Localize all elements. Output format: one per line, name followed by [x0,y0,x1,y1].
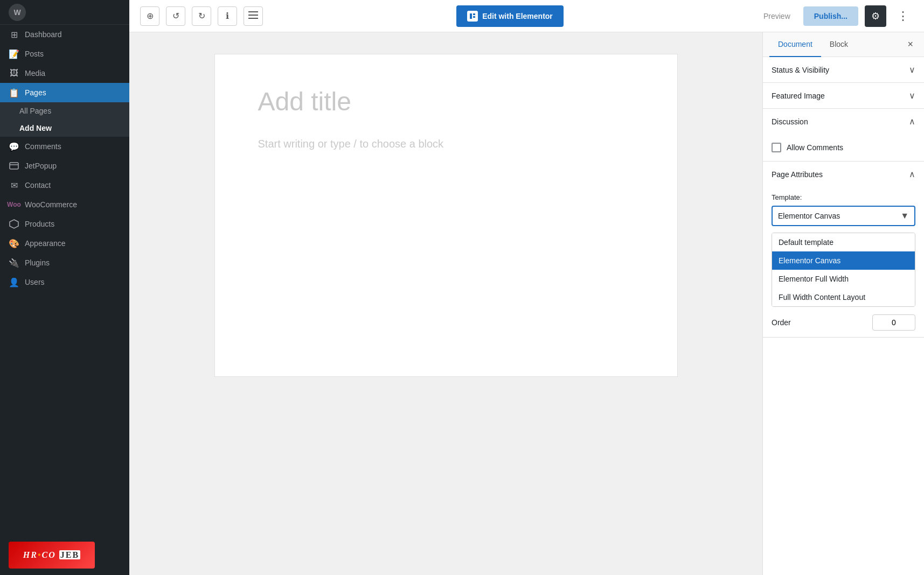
dropdown-option-elementor-canvas[interactable]: Elementor Canvas [772,251,915,270]
plugins-icon: 🔌 [9,257,19,268]
template-select-display[interactable]: Elementor Canvas ▼ [772,206,915,226]
brand-logo: HR•CO JEB [9,542,95,569]
panel-tabs: Document Block × [763,32,924,57]
template-select-wrapper: Elementor Canvas ▼ [772,206,915,226]
featured-image-section: Featured Image ∨ [763,83,924,109]
right-panel: Document Block × Status & Visibility ∨ [762,32,924,575]
order-row: Order [772,314,915,331]
pages-icon: 📋 [9,87,19,98]
settings-button[interactable]: ⚙ [865,5,886,27]
status-visibility-section: Status & Visibility ∨ [763,57,924,83]
featured-image-header[interactable]: Featured Image ∨ [763,83,924,108]
more-icon: ⋮ [897,9,909,23]
sidebar: W ⊞ Dashboard 📝 Posts 🖼 Media 📋 Pages Al… [0,0,129,575]
chevron-down-icon: ∨ [909,65,915,75]
allow-comments-checkbox[interactable] [772,143,781,152]
comments-icon: 💬 [9,141,19,152]
brand-section: HR•CO JEB [0,535,129,575]
products-icon [9,219,19,229]
sidebar-item-appearance[interactable]: 🎨 Appearance [0,234,129,253]
info-button[interactable]: ℹ [218,6,237,26]
sidebar-item-contact[interactable]: ✉ Contact [0,176,129,195]
page-content-placeholder[interactable]: Start writing or type / to choose a bloc… [258,138,634,150]
list-view-button[interactable] [244,6,263,26]
sidebar-logo: W [0,0,129,25]
sidebar-item-media[interactable]: 🖼 Media [0,64,129,83]
editor-area: Add title Start writing or type / to cho… [129,32,924,575]
sidebar-item-label: Media [25,69,45,78]
chevron-up-icon: ∧ [909,169,915,179]
add-block-button[interactable]: ⊕ [140,6,159,26]
sidebar-item-users[interactable]: 👤 Users [0,272,129,292]
woocommerce-icon: Woo [9,199,19,210]
edit-elementor-button[interactable]: Edit with Elementor [456,5,564,27]
info-icon: ℹ [226,11,229,21]
sidebar-item-plugins[interactable]: 🔌 Plugins [0,253,129,272]
discussion-body: Allow Comments [763,134,924,161]
order-input[interactable] [872,314,915,331]
sidebar-item-posts[interactable]: 📝 Posts [0,44,129,64]
dashboard-icon: ⊞ [9,29,19,40]
users-icon: 👤 [9,277,19,288]
media-icon: 🖼 [9,68,19,79]
status-visibility-header[interactable]: Status & Visibility ∨ [763,57,924,82]
discussion-section: Discussion ∧ Allow Comments [763,109,924,162]
redo-icon: ↻ [198,11,205,21]
page-title-placeholder[interactable]: Add title [258,87,634,116]
sidebar-item-label: Posts [25,50,44,58]
contact-icon: ✉ [9,180,19,191]
svg-marker-2 [10,220,18,228]
page-attributes-header[interactable]: Page Attributes ∧ [763,162,924,187]
chevron-up-icon: ∧ [909,116,915,127]
list-view-icon [248,11,258,21]
top-toolbar: ⊕ ↺ ↻ ℹ Edit with Elementor [129,0,924,32]
redo-button[interactable]: ↻ [192,6,211,26]
tab-block[interactable]: Block [821,32,857,57]
template-label: Template: [772,193,915,201]
sidebar-item-products[interactable]: Products [0,214,129,234]
sidebar-item-label: Pages [25,88,46,97]
wp-logo-icon: W [9,4,26,21]
svg-rect-3 [248,11,258,12]
sidebar-item-add-new[interactable]: Add New [0,120,129,137]
add-block-icon: ⊕ [147,11,154,21]
sidebar-item-woocommerce[interactable]: Woo WooCommerce [0,195,129,214]
svg-rect-8 [473,16,475,18]
select-arrow-icon: ▼ [900,211,909,221]
discussion-header[interactable]: Discussion ∧ [763,109,924,134]
sidebar-item-pages[interactable]: 📋 Pages [0,83,129,102]
main-area: ⊕ ↺ ↻ ℹ Edit with Elementor [129,0,924,575]
dropdown-option-elementor-full-width[interactable]: Elementor Full Width [772,270,915,288]
posts-icon: 📝 [9,48,19,59]
dropdown-option-default[interactable]: Default template [772,233,915,251]
publish-button[interactable]: Publish... [803,6,858,26]
page-canvas[interactable]: Add title Start writing or type / to cho… [129,32,762,575]
template-selected-value: Elementor Canvas [778,212,840,220]
dropdown-option-full-width-content[interactable]: Full Width Content Layout [772,288,915,306]
settings-icon: ⚙ [871,10,880,22]
sidebar-active-arrow [125,83,129,102]
page-attributes-section: Page Attributes ∧ Template: Elementor Ca… [763,162,924,338]
pages-submenu: All Pages Add New [0,102,129,137]
allow-comments-row: Allow Comments [772,141,915,155]
sidebar-item-jetpopup[interactable]: JetPopup [0,156,129,176]
svg-rect-0 [10,163,18,169]
panel-close-button[interactable]: × [903,37,918,52]
undo-button[interactable]: ↺ [166,6,185,26]
elementor-logo-icon [467,11,478,22]
sidebar-item-all-pages[interactable]: All Pages [0,102,129,120]
chevron-down-icon: ∨ [909,90,915,101]
preview-button[interactable]: Preview [757,8,797,25]
order-label: Order [772,318,791,327]
jetpopup-icon [9,160,19,171]
svg-rect-7 [473,13,475,15]
sidebar-item-dashboard[interactable]: ⊞ Dashboard [0,25,129,44]
page-content-area: Add title Start writing or type / to cho… [214,54,678,377]
more-options-button[interactable]: ⋮ [893,7,913,25]
close-icon: × [907,39,913,50]
template-dropdown: Default template Elementor Canvas Elemen… [772,233,915,307]
svg-rect-5 [248,18,258,19]
sidebar-item-comments[interactable]: 💬 Comments [0,137,129,156]
sidebar-item-label: Dashboard [25,30,62,39]
tab-document[interactable]: Document [769,32,821,57]
